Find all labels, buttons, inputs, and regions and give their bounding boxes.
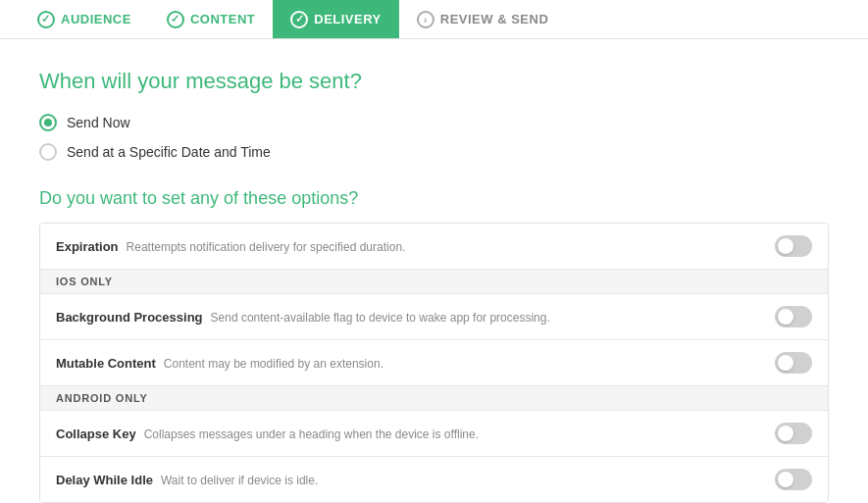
expiration-name: Expiration	[56, 239, 119, 254]
review-send-icon: ›	[417, 11, 434, 28]
send-now-label: Send Now	[67, 115, 130, 130]
nav-step-audience[interactable]: ✓ AUDIENCE	[20, 0, 149, 38]
ios-section-label: IOS ONLY	[40, 270, 828, 294]
background-processing-toggle[interactable]	[775, 306, 812, 327]
audience-check-icon: ✓	[37, 11, 55, 28]
background-processing-name: Background Processing	[56, 310, 203, 325]
nav-step-delivery[interactable]: ✓ DELIVERY	[273, 0, 399, 38]
delay-while-idle-info: Delay While Idle Wait to deliver if devi…	[56, 473, 318, 487]
collapse-key-name: Collapse Key	[56, 427, 136, 441]
send-specific-radio[interactable]	[39, 143, 57, 161]
mutable-content-info: Mutable Content Content may be modified …	[56, 356, 383, 371]
main-content: When will your message be sent? Send Now…	[0, 39, 868, 503]
collapse-key-info: Collapse Key Collapses messages under a …	[56, 427, 479, 441]
mutable-content-toggle[interactable]	[775, 352, 812, 374]
nav-step-review-send[interactable]: › REVIEW & SEND	[399, 0, 567, 38]
delay-while-idle-desc: Wait to deliver if device is idle.	[161, 474, 318, 487]
expiration-desc: Reattempts notification delivery for spe…	[127, 240, 406, 254]
collapse-key-desc: Collapses messages under a heading when …	[144, 428, 479, 441]
collapse-key-toggle[interactable]	[775, 423, 812, 444]
option-row-background-processing: Background Processing Send content-avail…	[40, 294, 828, 340]
delay-while-idle-toggle[interactable]	[775, 469, 812, 490]
mutable-content-name: Mutable Content	[56, 356, 156, 371]
top-nav: ✓ AUDIENCE ✓ CONTENT ✓ DELIVERY › REVIEW…	[0, 0, 868, 39]
option-row-delay-while-idle: Delay While Idle Wait to deliver if devi…	[40, 457, 828, 502]
audience-label: AUDIENCE	[61, 12, 131, 26]
expiration-toggle[interactable]	[775, 235, 812, 257]
delivery-check-icon: ✓	[290, 11, 308, 28]
nav-step-content[interactable]: ✓ CONTENT	[149, 0, 273, 38]
android-section-label: ANDROID ONLY	[40, 386, 828, 411]
delay-while-idle-name: Delay While Idle	[56, 473, 153, 487]
background-processing-desc: Send content-available flag to device to…	[211, 311, 550, 325]
review-send-label: REVIEW & SEND	[440, 12, 549, 26]
options-container: Expiration Reattempts notification deliv…	[39, 223, 829, 503]
expiration-info: Expiration Reattempts notification deliv…	[56, 239, 405, 254]
options-title: Do you want to set any of these options?	[39, 188, 829, 209]
send-now-radio[interactable]	[39, 114, 57, 131]
send-specific-label: Send at a Specific Date and Time	[67, 144, 271, 160]
content-label: CONTENT	[190, 12, 255, 26]
send-time-radio-group: Send Now Send at a Specific Date and Tim…	[39, 114, 829, 161]
option-row-expiration: Expiration Reattempts notification deliv…	[40, 224, 828, 270]
background-processing-info: Background Processing Send content-avail…	[56, 310, 550, 325]
option-row-mutable-content: Mutable Content Content may be modified …	[40, 340, 828, 386]
send-specific-option[interactable]: Send at a Specific Date and Time	[39, 143, 829, 161]
delivery-label: DELIVERY	[314, 12, 382, 26]
send-now-option[interactable]: Send Now	[39, 114, 829, 131]
mutable-content-desc: Content may be modified by an extension.	[164, 357, 383, 371]
content-check-icon: ✓	[167, 11, 184, 28]
when-title: When will your message be sent?	[39, 69, 829, 94]
option-row-collapse-key: Collapse Key Collapses messages under a …	[40, 411, 828, 457]
